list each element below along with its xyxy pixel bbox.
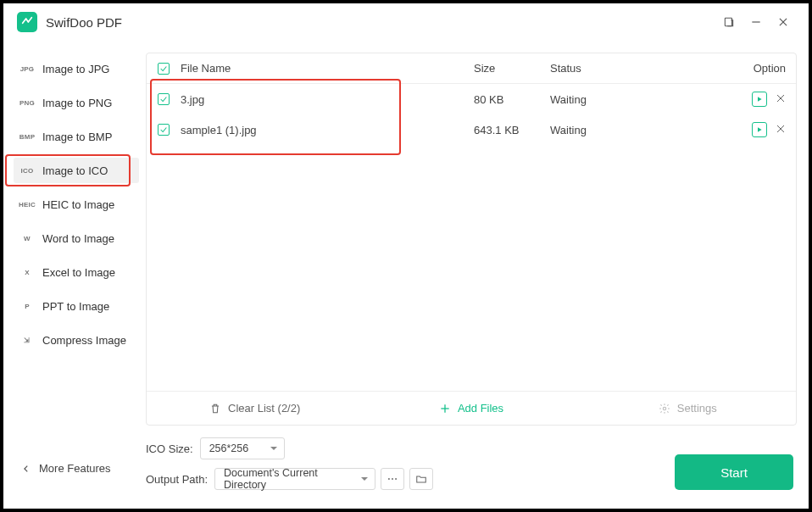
file-size: 643.1 KB	[474, 124, 550, 136]
window-action-icon[interactable]	[715, 10, 742, 34]
open-folder-button[interactable]	[409, 468, 433, 490]
settings-button[interactable]: Settings	[580, 392, 796, 425]
table-row[interactable]: sample1 (1).jpg 643.1 KB Waiting	[147, 114, 796, 145]
sidebar-item-heic-to-image[interactable]: HEIC HEIC to Image	[14, 192, 139, 217]
file-size: 80 KB	[474, 93, 550, 106]
sidebar-item-ppt-to-image[interactable]: P PPT to Image	[14, 293, 139, 319]
header-option: Option	[720, 62, 796, 75]
add-files-button[interactable]: Add Files	[363, 392, 579, 425]
row-checkbox[interactable]	[158, 124, 170, 136]
badge-excel: X	[17, 269, 37, 276]
output-path-select[interactable]: Document's Current Directory	[214, 468, 375, 490]
svg-point-14	[392, 478, 393, 480]
minimize-button[interactable]	[742, 10, 770, 34]
remove-row-button[interactable]	[776, 124, 786, 136]
action-bar: Clear List (2/2) Add Files Settings	[147, 391, 796, 425]
sidebar-item-image-to-png[interactable]: PNG Image to PNG	[14, 90, 139, 115]
convert-row-button[interactable]	[752, 92, 767, 107]
ico-size-label: ICO Size:	[146, 442, 193, 455]
convert-row-button[interactable]	[752, 122, 767, 137]
app-logo	[17, 12, 37, 32]
sidebar-item-label: HEIC to Image	[42, 198, 114, 211]
sidebar-item-word-to-image[interactable]: W Word to Image	[14, 225, 139, 251]
ico-size-select[interactable]: 256*256	[200, 437, 285, 459]
more-path-button[interactable]	[381, 468, 404, 490]
table-row[interactable]: 3.jpg 80 KB Waiting	[147, 84, 796, 114]
header-size: Size	[474, 62, 550, 75]
header-file-name: File Name	[181, 62, 474, 75]
sidebar-item-compress-image[interactable]: ⇲ Compress Image	[14, 327, 139, 353]
more-features-link[interactable]: More Features	[22, 462, 111, 475]
close-button[interactable]	[770, 10, 797, 34]
badge-jpg: JPG	[17, 65, 37, 73]
sidebar-item-image-to-ico[interactable]: ICO Image to ICO	[14, 158, 139, 183]
file-name: sample1 (1).jpg	[181, 124, 474, 136]
table-header: File Name Size Status Option	[147, 53, 796, 84]
svg-marker-7	[758, 127, 762, 131]
remove-row-button[interactable]	[776, 93, 786, 106]
clear-list-button[interactable]: Clear List (2/2)	[147, 392, 363, 425]
badge-ico: ICO	[17, 167, 37, 175]
start-button[interactable]: Start	[675, 454, 793, 490]
file-table: File Name Size Status Option 3.jpg 80 KB	[146, 53, 797, 426]
sidebar-item-image-to-jpg[interactable]: JPG Image to JPG	[14, 56, 139, 81]
row-checkbox[interactable]	[158, 93, 170, 105]
badge-compress: ⇲	[17, 337, 37, 344]
file-name: 3.jpg	[181, 93, 474, 106]
select-all-checkbox[interactable]	[158, 63, 170, 75]
svg-marker-4	[758, 97, 762, 101]
app-title: SwifDoo PDF	[46, 15, 122, 30]
titlebar: SwifDoo PDF	[3, 3, 809, 41]
sidebar-item-label: Compress Image	[42, 334, 126, 347]
file-status: Waiting	[550, 93, 720, 106]
sidebar-item-label: Image to ICO	[42, 164, 108, 177]
badge-ppt: P	[17, 303, 37, 310]
sidebar-item-label: Excel to Image	[42, 266, 115, 279]
header-status: Status	[550, 62, 720, 75]
badge-bmp: BMP	[17, 133, 37, 141]
sidebar-item-label: PPT to Image	[42, 300, 109, 313]
svg-rect-0	[725, 18, 731, 25]
svg-point-12	[663, 407, 666, 410]
svg-point-13	[388, 478, 390, 480]
sidebar-item-label: Word to Image	[42, 232, 114, 245]
output-path-label: Output Path:	[146, 473, 208, 486]
more-features-label: More Features	[39, 462, 111, 475]
badge-png: PNG	[17, 99, 37, 107]
sidebar-item-label: Image to JPG	[42, 63, 109, 75]
sidebar-item-excel-to-image[interactable]: X Excel to Image	[14, 259, 139, 285]
sidebar-item-label: Image to PNG	[42, 97, 112, 109]
file-status: Waiting	[550, 124, 720, 136]
svg-point-15	[395, 478, 397, 480]
badge-word: W	[17, 235, 37, 242]
sidebar-item-label: Image to BMP	[42, 131, 112, 143]
sidebar: JPG Image to JPG PNG Image to PNG BMP Im…	[3, 41, 146, 509]
badge-heic: HEIC	[17, 201, 37, 209]
sidebar-item-image-to-bmp[interactable]: BMP Image to BMP	[14, 124, 139, 149]
